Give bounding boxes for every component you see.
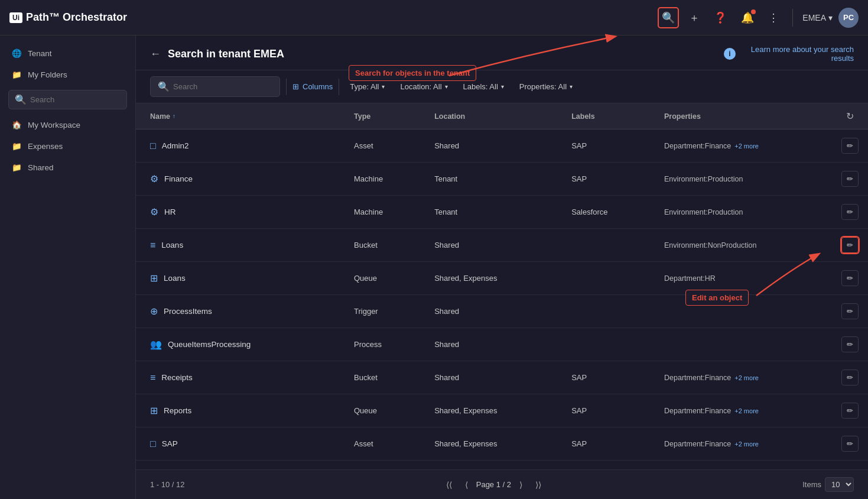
th-labels: Labels [562,103,655,129]
cell-type: Process [344,328,425,361]
columns-label: Columns [303,82,333,91]
property-value: Department:Finance [664,142,731,150]
row-name: Finance [164,174,193,183]
search-input[interactable] [173,82,272,91]
cell-labels: SAP [562,129,655,163]
app-subtitle: Orchestrator [63,11,127,23]
cell-properties: Environment:NonProduction [655,229,832,262]
table-row: ≡ Loans Bucket Shared Environment:NonPro… [136,229,868,262]
sidebar-item-expenses[interactable]: 📁 Expenses [0,135,135,157]
cell-name: 👥 QueueItemsProcessing [136,328,344,361]
cell-properties [655,328,832,361]
next-page-button[interactable]: ⟩ [515,478,527,492]
edit-button[interactable]: ✏ [841,270,859,286]
back-button[interactable]: ← [150,48,161,60]
cell-name: ≡ Loans [136,229,344,262]
cell-labels [562,229,655,262]
sidebar-item-tenant[interactable]: 🌐 Tenant [0,43,135,64]
edit-button[interactable]: ✏ [841,436,859,452]
cell-name: □ SAP [136,427,344,461]
th-type: Type [344,103,425,129]
edit-button[interactable]: ✏ [841,370,859,385]
edit-button[interactable]: ✏ [841,171,859,187]
property-value: Environment:Production [664,175,743,183]
table-row: □ Admin2 Asset Shared SAP Department:Fin… [136,129,868,163]
row-icon: ⚙ [150,206,158,218]
toolbar: 🔍 ⊞ Columns Type: All ▾ Location: All ▾ … [136,70,868,103]
cell-name: ⚙ HR [136,196,344,229]
add-button[interactable]: ＋ [685,7,704,29]
cell-labels: SAP [562,427,655,461]
toolbar-divider2 [339,79,339,95]
columns-icon: ⊞ [292,82,299,91]
cell-labels: SAP [562,163,655,196]
folder-icon-expenses: 📁 [12,141,22,151]
more-options-button[interactable]: ⋮ [764,7,783,28]
labels-filter[interactable]: Labels: All ▾ [459,79,509,94]
sidebar-item-shared[interactable]: 📁 Shared [0,157,135,178]
edit-button[interactable]: ✏ [841,303,859,319]
edit-button[interactable]: ✏ [841,403,859,419]
globe-icon: 🌐 [12,48,22,58]
location-filter-label: Location: All [400,82,441,91]
properties-filter[interactable]: Properties: All ▾ [515,79,577,94]
sidebar-search-box[interactable]: 🔍 [8,90,127,109]
edit-button[interactable]: ✏ [841,138,859,154]
search-button[interactable]: 🔍 [658,7,679,28]
app-logo: Ui Path™ Orchestrator [9,11,127,24]
cell-edit: ✏ [832,196,868,229]
edit-button[interactable]: ✏ [841,336,859,352]
table-row: ⚙ HR Machine Tenant Salesforce Environme… [136,196,868,229]
type-filter[interactable]: Type: All ▾ [345,79,389,94]
row-name: Reports [164,406,191,415]
search-box[interactable]: 🔍 [150,76,280,97]
columns-button[interactable]: ⊞ Columns [292,82,333,91]
edit-button[interactable]: ✏ [841,204,859,220]
sidebar-item-my-folders[interactable]: 📁 My Folders [0,64,135,85]
page-title: Search in tenant EMEA [168,48,284,60]
top-navigation: Ui Path™ Orchestrator 🔍 ＋ ❓ 🔔 ⋮ EMEA ▾ P… [0,0,868,35]
info-icon: i [724,48,736,60]
cell-properties: Environment:Production [655,196,832,229]
cell-edit: ✏ [832,427,868,461]
cell-type: Asset [344,129,425,163]
page-header: ← Search in tenant EMEA i Learn more abo… [136,35,868,70]
first-page-button[interactable]: ⟨⟨ [441,478,457,492]
cell-location: Shared, Expenses [425,427,562,461]
cell-type: Machine [344,196,425,229]
location-filter[interactable]: Location: All ▾ [395,79,452,94]
learn-more-link[interactable]: i Learn more about your search results [724,45,854,63]
items-label: Items [802,480,821,489]
logo-box: Ui [9,12,22,23]
learn-more-label: Learn more about your search results [740,45,854,63]
cell-type: Bucket [344,229,425,262]
region-selector[interactable]: EMEA ▾ [802,13,833,22]
sidebar-search-input[interactable] [30,95,121,104]
cell-edit: ✏ [832,262,868,295]
last-page-button[interactable]: ⟩⟩ [531,478,546,492]
row-icon: ⊕ [150,306,158,317]
help-button[interactable]: ❓ [710,7,731,28]
cell-location: Tenant [425,196,562,229]
property-value: Department:Finance [664,407,731,415]
chevron-down-icon: ▾ [570,83,573,90]
sidebar-item-my-workspace[interactable]: 🏠 My Workspace [0,114,135,135]
th-location: Location [425,103,562,129]
cell-edit: ✏ [832,361,868,394]
row-icon: ⊞ [150,273,158,284]
chevron-down-icon: ▾ [445,83,448,90]
cell-edit: ✏ [832,129,868,163]
edit-button[interactable]: ✏ [841,237,859,253]
sidebar-tenant-label: Tenant [28,49,52,58]
cell-labels: Salesforce [562,196,655,229]
cell-type: Queue [344,262,425,295]
refresh-button[interactable]: ↻ [846,111,854,122]
prev-page-button[interactable]: ⟨ [460,478,473,492]
row-name: Loans [161,241,183,250]
table-row: ⊞ Loans Queue Shared, Expenses Departmen… [136,262,868,295]
items-per-page-select[interactable]: 10 25 50 [825,477,854,492]
notifications-button[interactable]: 🔔 [737,7,758,28]
cell-properties: Department:Finance +2 more [655,427,832,461]
avatar[interactable]: PC [838,8,859,28]
property-value: Environment:Production [664,208,743,216]
